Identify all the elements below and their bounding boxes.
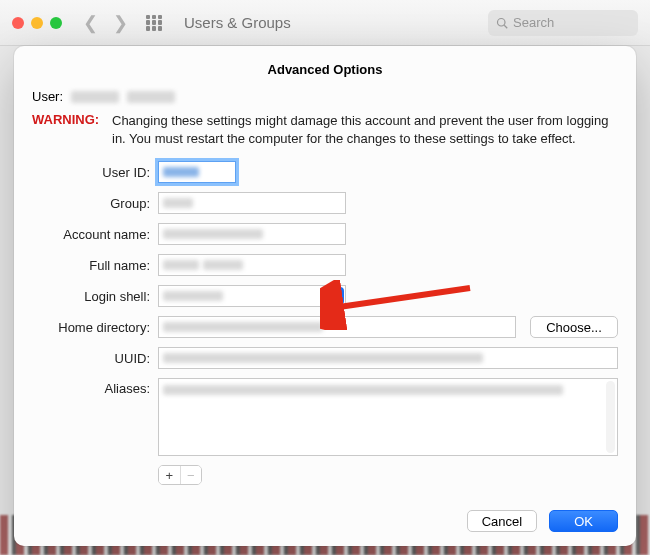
sheet-title: Advanced Options: [32, 62, 618, 77]
choose-button[interactable]: Choose...: [530, 316, 618, 338]
label-user-id: User ID:: [32, 165, 152, 180]
alias-value-redacted: [163, 385, 563, 395]
advanced-options-sheet: Advanced Options User: WARNING: Changing…: [14, 46, 636, 546]
label-full-name: Full name:: [32, 258, 152, 273]
account-name-value-redacted: [163, 229, 263, 239]
chevron-down-icon[interactable]: [326, 287, 344, 305]
group-value-redacted: [163, 198, 193, 208]
pane-title: Users & Groups: [184, 14, 478, 31]
user-label: User:: [32, 89, 63, 104]
home-directory-field[interactable]: [158, 316, 516, 338]
label-uuid: UUID:: [32, 351, 152, 366]
sheet-footer: Cancel OK: [32, 502, 618, 532]
titlebar: ❮ ❯ Users & Groups Search: [0, 0, 650, 46]
close-window-icon[interactable]: [12, 17, 24, 29]
login-shell-value-redacted: [163, 291, 223, 301]
full-name-field[interactable]: [158, 254, 346, 276]
warning-text: Changing these settings might damage thi…: [112, 112, 618, 147]
back-button[interactable]: ❮: [80, 12, 100, 34]
aliases-scrollbar[interactable]: [606, 381, 615, 453]
window-traffic-lights: [12, 17, 62, 29]
advanced-options-form: User ID: Group: Account name: Full name:: [32, 161, 618, 485]
forward-button: ❯: [110, 12, 130, 34]
alias-add-remove: + −: [158, 465, 202, 485]
label-home-directory: Home directory:: [32, 320, 152, 335]
label-account-name: Account name:: [32, 227, 152, 242]
add-alias-button[interactable]: +: [159, 466, 180, 484]
uuid-value-redacted: [163, 353, 483, 363]
aliases-list[interactable]: [158, 378, 618, 456]
minimize-window-icon[interactable]: [31, 17, 43, 29]
home-directory-value-redacted: [163, 322, 323, 332]
search-input[interactable]: Search: [488, 10, 638, 36]
remove-alias-button: −: [181, 466, 202, 484]
full-name-value-redacted: [203, 260, 243, 270]
show-all-prefs-icon[interactable]: [146, 15, 162, 31]
warning-label: WARNING:: [32, 112, 104, 147]
search-icon: [496, 17, 508, 29]
ok-button[interactable]: OK: [549, 510, 618, 532]
label-group: Group:: [32, 196, 152, 211]
label-aliases: Aliases:: [32, 378, 152, 396]
svg-line-1: [504, 25, 507, 28]
user-id-field[interactable]: [158, 161, 236, 183]
account-name-field[interactable]: [158, 223, 346, 245]
search-placeholder: Search: [513, 15, 554, 30]
login-shell-select[interactable]: [158, 285, 346, 307]
user-value-redacted: [71, 91, 119, 103]
group-field[interactable]: [158, 192, 346, 214]
cancel-button[interactable]: Cancel: [467, 510, 537, 532]
user-id-value-redacted: [163, 167, 199, 177]
full-name-value-redacted: [163, 260, 199, 270]
zoom-window-icon[interactable]: [50, 17, 62, 29]
uuid-field[interactable]: [158, 347, 618, 369]
user-value-redacted: [127, 91, 175, 103]
label-login-shell: Login shell:: [32, 289, 152, 304]
svg-point-0: [498, 18, 506, 26]
